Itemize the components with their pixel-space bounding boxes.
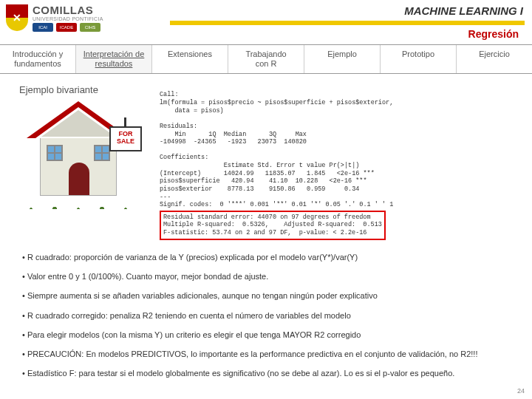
tab-interpretacion[interactable]: Interpretación de resultados	[76, 45, 152, 73]
page-number: 24	[517, 387, 525, 395]
r-call: Call: lm(formula = pisos$precio ~ pisos$…	[160, 91, 393, 114]
badge-icai: ICAI	[33, 23, 53, 32]
tab-ejercicio[interactable]: Ejercicio	[457, 45, 532, 73]
bullet-7: Estadístico F: para testar si el modelo …	[22, 368, 510, 378]
r-coef-rows: (Intercept) 14024.99 11835.07 1.845 <2e-…	[160, 170, 375, 193]
tab-prototipo[interactable]: Prototipo	[381, 45, 457, 73]
university-subline: UNIVERSIDAD PONTIFICIA	[33, 16, 103, 21]
section-title: Regresión	[468, 28, 519, 40]
faculty-badges: ICAI ICADE CIHS	[33, 23, 103, 32]
tab-trabajando-r[interactable]: Trabajando con R	[228, 45, 304, 73]
course-title: MACHINE LEARNING I	[404, 4, 523, 17]
r-residuals-vals: -104998 -24365 -1923 23073 140820	[160, 138, 307, 146]
university-logo: COMILLAS UNIVERSIDAD PONTIFICIA ICAI ICA…	[6, 4, 103, 32]
university-name: COMILLAS	[33, 4, 103, 16]
for-sale-sign: FOR SALE	[109, 126, 142, 151]
bullet-4: R cuadrado corregido: penaliza R2 tenien…	[22, 310, 510, 321]
bullet-1: R cuadrado: proporción de varianza de la…	[22, 252, 510, 262]
r-residuals-labels: Min 1Q Median 3Q Max	[160, 131, 307, 138]
badge-cihs: CIHS	[80, 23, 100, 32]
tab-introduccion[interactable]: Introducción y fundamentos	[0, 45, 76, 73]
nav-tabs: Introducción y fundamentos Interpretació…	[0, 44, 532, 74]
badge-icade: ICADE	[56, 23, 77, 32]
r-output: Call: lm(formula = pisos$precio ~ pisos$…	[160, 91, 513, 239]
bullet-3: Siempre aumenta si se añaden variables a…	[22, 290, 510, 301]
r-residuals-head: Residuals:	[160, 123, 197, 130]
bullet-6: PRECAUCIÓN: En modelos PREDICTIVOS, lo i…	[22, 349, 510, 359]
r-signif: Signif. codes: 0 '***' 0.001 '**' 0.01 '…	[160, 201, 393, 208]
bullet-list: R cuadrado: proporción de varianza de la…	[19, 252, 513, 379]
slide-content: Ejemplo bivariante FOR SALE Call: lm(for…	[0, 74, 532, 378]
tab-extensiones[interactable]: Extensiones	[152, 45, 228, 73]
shield-icon	[6, 4, 28, 31]
slide-header: COMILLAS UNIVERSIDAD PONTIFICIA ICAI ICA…	[0, 0, 532, 35]
bullet-5: Para elegir modelos (con la misma Y) un …	[22, 330, 510, 340]
r-highlighted-stats: Residual standard error: 44070 on 97 deg…	[160, 211, 386, 240]
r-coef-labels: Estimate Std. Error t value Pr(>|t|)	[160, 162, 359, 169]
r-coef-head: Coefficients:	[160, 154, 208, 161]
bullet-2: Valor entre 0 y 1 (0/100%). Cuanto mayor…	[22, 271, 510, 282]
house-illustration: FOR SALE	[19, 101, 152, 239]
tab-ejemplo[interactable]: Ejemplo	[304, 45, 381, 73]
accent-bar	[170, 21, 525, 25]
